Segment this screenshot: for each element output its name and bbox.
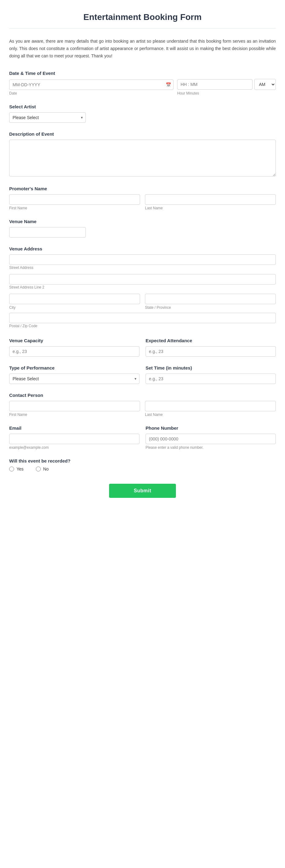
time-hint: Hour Minutes bbox=[177, 91, 276, 95]
city-input[interactable] bbox=[9, 294, 140, 304]
time-field-wrap: AM PM Hour Minutes bbox=[177, 79, 276, 95]
recorded-no-radio[interactable] bbox=[36, 467, 41, 471]
submit-button[interactable]: Submit bbox=[109, 484, 176, 498]
set-time-input[interactable] bbox=[146, 374, 276, 384]
recorded-yes-label[interactable]: Yes bbox=[9, 467, 24, 471]
contact-last-col: Last Name bbox=[145, 401, 276, 417]
postal-input[interactable] bbox=[9, 313, 276, 323]
recorded-no-text: No bbox=[43, 467, 49, 471]
artist-select-wrap: Please Select bbox=[9, 112, 86, 123]
street2-address-input[interactable] bbox=[9, 274, 276, 284]
postal-field: Postal / Zip Code bbox=[9, 313, 276, 328]
description-section: Description of Event bbox=[9, 131, 276, 177]
date-hint: Date bbox=[9, 91, 173, 95]
artist-select[interactable]: Please Select bbox=[9, 112, 86, 123]
set-time-col: Set Time (in minutes) bbox=[146, 365, 276, 384]
street-hint: Street Address bbox=[9, 266, 33, 270]
venue-name-input[interactable] bbox=[9, 227, 86, 238]
address-group: Street Address Street Address Line 2 Cit… bbox=[9, 254, 276, 329]
date-field-wrap: 📅 Date bbox=[9, 80, 173, 95]
venue-address-section: Venue Address Street Address Street Addr… bbox=[9, 246, 276, 329]
state-hint: State / Province bbox=[145, 305, 276, 310]
email-label: Email bbox=[9, 425, 139, 431]
performance-settime-section: Type of Performance Please Select Set Ti… bbox=[9, 365, 276, 384]
promoter-first-hint: First Name bbox=[9, 206, 140, 210]
venue-address-label: Venue Address bbox=[9, 246, 276, 251]
time-input[interactable] bbox=[177, 79, 252, 90]
attendance-input[interactable] bbox=[146, 346, 276, 356]
recorded-label: Will this event be recorded? bbox=[9, 458, 276, 463]
street2-hint: Street Address Line 2 bbox=[9, 285, 44, 289]
street-address-field: Street Address bbox=[9, 254, 276, 270]
street-address-input[interactable] bbox=[9, 254, 276, 265]
promoter-last-hint: Last Name bbox=[145, 206, 276, 210]
contact-last-name[interactable] bbox=[145, 401, 276, 411]
date-input[interactable] bbox=[9, 80, 173, 90]
attendance-label: Expected Attendance bbox=[146, 338, 276, 343]
performance-type-col: Type of Performance Please Select bbox=[9, 365, 139, 384]
artist-label: Select Artist bbox=[9, 104, 276, 109]
capacity-col: Venue Capacity bbox=[9, 338, 139, 356]
recorded-yes-text: Yes bbox=[16, 467, 24, 471]
phone-input[interactable] bbox=[146, 434, 276, 444]
promoter-last-name[interactable] bbox=[145, 194, 276, 205]
date-time-label: Date & Time of Event bbox=[9, 71, 276, 76]
promoter-last-col: Last Name bbox=[145, 194, 276, 210]
capacity-input[interactable] bbox=[9, 346, 139, 356]
venue-name-label: Venue Name bbox=[9, 219, 276, 224]
promoter-first-name[interactable] bbox=[9, 194, 140, 205]
email-input[interactable] bbox=[9, 434, 139, 444]
promoter-first-col: First Name bbox=[9, 194, 140, 210]
recorded-section: Will this event be recorded? Yes No bbox=[9, 458, 276, 471]
contact-first-name[interactable] bbox=[9, 401, 140, 411]
performance-type-label: Type of Performance bbox=[9, 365, 139, 370]
submit-row: Submit bbox=[9, 484, 276, 498]
city-col: City bbox=[9, 294, 140, 310]
ampm-select[interactable]: AM PM bbox=[254, 79, 276, 90]
recorded-yes-radio[interactable] bbox=[9, 467, 14, 471]
postal-hint: Postal / Zip Code bbox=[9, 324, 37, 328]
page-title: Entertainment Booking Form bbox=[9, 12, 276, 22]
email-col: Email example@example.com bbox=[9, 425, 139, 450]
performance-select-wrap: Please Select bbox=[9, 374, 139, 384]
phone-col: Phone Number Please enter a valid phone … bbox=[146, 425, 276, 450]
performance-type-select[interactable]: Please Select bbox=[9, 374, 139, 384]
phone-hint: Please enter a valid phone number. bbox=[146, 445, 276, 450]
phone-label: Phone Number bbox=[146, 425, 276, 431]
state-input[interactable] bbox=[145, 294, 276, 304]
email-phone-section: Email example@example.com Phone Number P… bbox=[9, 425, 276, 450]
city-hint: City bbox=[9, 305, 140, 310]
date-time-section: Date & Time of Event 📅 Date AM PM Hour M… bbox=[9, 71, 276, 95]
promoter-section: Promoter's Name First Name Last Name bbox=[9, 186, 276, 210]
contact-first-col: First Name bbox=[9, 401, 140, 417]
contact-label: Contact Person bbox=[9, 393, 276, 398]
recorded-no-label[interactable]: No bbox=[36, 467, 49, 471]
venue-name-section: Venue Name bbox=[9, 219, 276, 238]
attendance-col: Expected Attendance bbox=[146, 338, 276, 356]
contact-section: Contact Person First Name Last Name bbox=[9, 393, 276, 417]
email-hint: example@example.com bbox=[9, 445, 139, 450]
capacity-attendance-section: Venue Capacity Expected Attendance bbox=[9, 338, 276, 356]
street2-address-field: Street Address Line 2 bbox=[9, 274, 276, 289]
artist-section: Select Artist Please Select bbox=[9, 104, 276, 123]
set-time-label: Set Time (in minutes) bbox=[146, 365, 276, 370]
contact-last-hint: Last Name bbox=[145, 412, 276, 417]
description-label: Description of Event bbox=[9, 131, 276, 136]
contact-first-hint: First Name bbox=[9, 412, 140, 417]
description-textarea[interactable] bbox=[9, 140, 276, 177]
state-col: State / Province bbox=[145, 294, 276, 310]
capacity-label: Venue Capacity bbox=[9, 338, 139, 343]
header-divider bbox=[9, 28, 276, 29]
promoter-label: Promoter's Name bbox=[9, 186, 276, 191]
intro-text: As you are aware, there are many details… bbox=[9, 38, 276, 60]
